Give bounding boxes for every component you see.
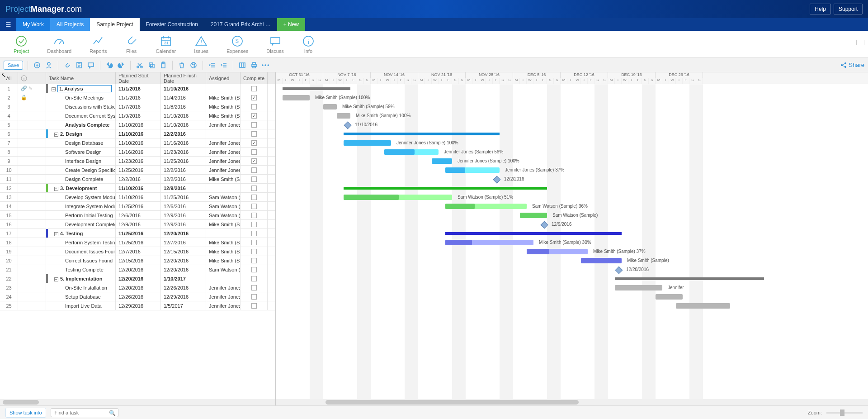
task-row[interactable]: 4Document Current Syster11/9/201611/10/2… bbox=[0, 111, 275, 120]
complete-checkbox[interactable] bbox=[251, 285, 257, 290]
task-name-cell[interactable]: Testing Complete bbox=[46, 265, 116, 274]
gantt-task-bar[interactable] bbox=[527, 249, 588, 254]
col-all[interactable]: All bbox=[0, 72, 18, 84]
task-name-input[interactable] bbox=[57, 85, 112, 92]
task-row[interactable]: 23On-Site Installation12/20/201612/26/20… bbox=[0, 283, 275, 292]
view-issues[interactable]: Issues bbox=[194, 35, 208, 54]
col-start[interactable]: Planned Start Date bbox=[116, 72, 161, 84]
complete-checkbox[interactable] bbox=[251, 176, 257, 182]
notes-icon[interactable] bbox=[75, 61, 84, 70]
view-discuss[interactable]: Discuss bbox=[266, 35, 284, 54]
col-task-name[interactable]: Task Name bbox=[46, 72, 116, 84]
gantt-task-bar[interactable] bbox=[445, 240, 533, 245]
view-calendar[interactable]: 31Calendar bbox=[156, 35, 176, 54]
indent-icon[interactable] bbox=[219, 61, 228, 70]
complete-checkbox[interactable] bbox=[251, 86, 257, 91]
save-button[interactable]: Save bbox=[4, 61, 23, 70]
zoom-slider[interactable] bbox=[826, 412, 863, 414]
task-name-cell[interactable]: Perform Initial Testing bbox=[46, 211, 116, 219]
gantt-milestone[interactable] bbox=[615, 267, 623, 274]
attach-icon[interactable] bbox=[63, 61, 72, 70]
task-name-cell[interactable]: Development Complete bbox=[46, 220, 116, 229]
complete-checkbox[interactable] bbox=[251, 213, 257, 218]
support-button[interactable]: Support bbox=[834, 4, 863, 14]
gantt-summary-bar[interactable] bbox=[615, 277, 764, 280]
task-row[interactable]: 19Document Issues Found12/7/201612/15/20… bbox=[0, 247, 275, 256]
copy-icon[interactable] bbox=[147, 61, 156, 70]
grid-hscroll[interactable] bbox=[0, 399, 275, 405]
complete-checkbox[interactable] bbox=[251, 249, 257, 254]
complete-checkbox[interactable] bbox=[251, 294, 257, 300]
gantt-task-bar[interactable] bbox=[445, 204, 527, 209]
view-project[interactable]: Project bbox=[14, 35, 29, 54]
complete-checkbox[interactable] bbox=[251, 258, 257, 263]
view-info[interactable]: Info bbox=[302, 35, 315, 54]
redo-icon[interactable] bbox=[117, 61, 126, 70]
task-name-cell[interactable]: −4. Testing bbox=[46, 229, 116, 238]
gantt-task-bar[interactable] bbox=[344, 140, 391, 146]
delete-icon[interactable] bbox=[177, 61, 186, 70]
col-assigned[interactable]: Assigned bbox=[206, 72, 241, 84]
task-name-cell[interactable]: Setup Database bbox=[46, 292, 116, 301]
task-name-cell[interactable]: Import Live Data bbox=[46, 301, 116, 310]
tab-new[interactable]: + New bbox=[277, 18, 305, 31]
add-icon[interactable] bbox=[33, 61, 42, 70]
gantt-milestone[interactable] bbox=[344, 122, 352, 129]
complete-checkbox[interactable] bbox=[251, 167, 257, 173]
task-name-cell[interactable]: On-Site Meetings bbox=[46, 93, 116, 102]
task-row[interactable]: 11Design Complete12/2/201612/2/2016Mike … bbox=[0, 175, 275, 184]
tab-forester[interactable]: Forester Construction bbox=[140, 18, 204, 31]
show-task-info-button[interactable]: Show task info bbox=[5, 408, 46, 418]
undo-icon[interactable] bbox=[105, 61, 114, 70]
color-icon[interactable] bbox=[189, 61, 198, 70]
task-row[interactable]: 8Software Design11/16/201611/23/2016Jenn… bbox=[0, 148, 275, 157]
gantt-summary-bar[interactable] bbox=[445, 232, 622, 235]
gantt-body[interactable]: Mike Smith (Sample) 100%Mike Smith (Samp… bbox=[276, 84, 868, 399]
task-row[interactable]: 7Design Database11/10/201611/16/2016Jenn… bbox=[0, 138, 275, 148]
task-name-cell[interactable]: Analysis Complete bbox=[46, 120, 116, 129]
complete-checkbox[interactable] bbox=[251, 158, 257, 164]
col-finish[interactable]: Planned Finish Date bbox=[161, 72, 206, 84]
task-row[interactable]: 15Perform Initial Testing12/6/201612/9/2… bbox=[0, 211, 275, 220]
complete-checkbox[interactable] bbox=[251, 204, 257, 209]
view-dashboard[interactable]: Dashboard bbox=[47, 35, 71, 54]
complete-checkbox[interactable] bbox=[251, 95, 257, 100]
task-row[interactable]: 3Discussions with Stakeho11/7/201611/8/2… bbox=[0, 102, 275, 111]
task-name-cell[interactable]: −2. Design bbox=[46, 129, 116, 138]
find-task-input[interactable] bbox=[51, 408, 118, 417]
complete-checkbox[interactable] bbox=[251, 104, 257, 110]
complete-checkbox[interactable] bbox=[251, 267, 257, 272]
task-row[interactable]: 6−2. Design11/10/201612/2/2016 bbox=[0, 129, 275, 138]
task-row[interactable]: 22−5. Implementation12/20/20161/10/2017 bbox=[0, 274, 275, 283]
task-row[interactable]: 17−4. Testing11/25/201612/20/2016 bbox=[0, 229, 275, 238]
task-row[interactable]: 16Development Complete12/9/201612/9/2016… bbox=[0, 220, 275, 229]
task-row[interactable]: 14Integrate System Module11/25/201612/6/… bbox=[0, 202, 275, 211]
minimize-ribbon-button[interactable] bbox=[856, 40, 864, 45]
task-name-cell[interactable]: Discussions with Stakeho bbox=[46, 102, 116, 111]
gantt-summary-bar[interactable] bbox=[283, 87, 350, 90]
task-row[interactable]: 25Import Live Data12/29/20161/5/2017Jenn… bbox=[0, 301, 275, 310]
help-button[interactable]: Help bbox=[810, 4, 831, 14]
task-name-cell[interactable]: Correct Issues Found bbox=[46, 256, 116, 265]
tab-all-projects[interactable]: All Projects bbox=[50, 18, 90, 31]
gantt-task-bar[interactable] bbox=[344, 195, 452, 200]
task-name-cell[interactable]: Develop System Modules bbox=[46, 193, 116, 201]
gantt-task-bar[interactable] bbox=[520, 213, 547, 218]
complete-checkbox[interactable] bbox=[251, 222, 257, 227]
gantt-task-bar[interactable] bbox=[656, 294, 683, 300]
view-expenses[interactable]: $Expenses bbox=[226, 35, 248, 54]
task-row[interactable]: 21Testing Complete12/20/201612/20/2016Sa… bbox=[0, 265, 275, 274]
comment-icon[interactable] bbox=[86, 61, 95, 70]
task-name-cell[interactable]: Interface Design bbox=[46, 157, 116, 165]
task-row[interactable]: 9Interface Design11/23/201611/25/2016Jen… bbox=[0, 157, 275, 166]
task-name-cell[interactable]: Create Design Specificati bbox=[46, 166, 116, 174]
task-name-cell[interactable]: −5. Implementation bbox=[46, 274, 116, 283]
gantt-task-bar[interactable] bbox=[615, 285, 662, 290]
task-name-cell[interactable]: −3. Development bbox=[46, 184, 116, 192]
complete-checkbox[interactable] bbox=[251, 131, 257, 137]
col-complete[interactable]: Complete bbox=[241, 72, 268, 84]
task-name-cell[interactable]: On-Site Installation bbox=[46, 283, 116, 292]
assign-icon[interactable] bbox=[44, 61, 53, 70]
zoom-control[interactable]: Zoom: bbox=[808, 410, 863, 415]
task-row[interactable]: 18Perform System Testing11/25/201612/7/2… bbox=[0, 238, 275, 247]
